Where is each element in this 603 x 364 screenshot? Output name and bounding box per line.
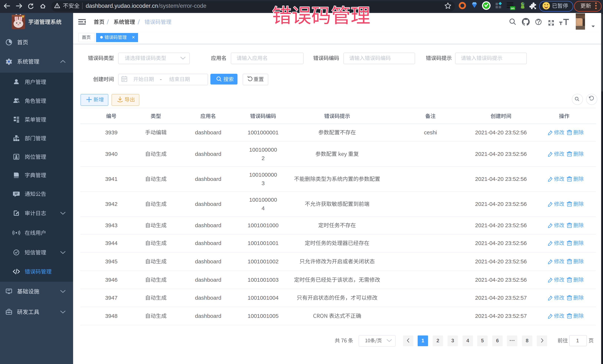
svg-text:3948: 3948 [105,313,118,319]
svg-text:dashboard: dashboard [195,295,221,301]
svg-text:dashboard: dashboard [195,201,221,207]
svg-text:3940: 3940 [105,151,118,157]
svg-text:dashboard: dashboard [195,313,221,319]
svg-text:4: 4 [262,205,265,211]
svg-text:3947: 3947 [105,295,118,301]
svg-text:3945: 3945 [105,258,118,265]
svg-text:1001001002: 1001001002 [248,258,279,265]
svg-text:2021-04-20 23:52:56: 2021-04-20 23:52:56 [475,240,527,246]
svg-text:dashboard: dashboard [195,258,221,265]
svg-text:dashboard: dashboard [195,222,221,228]
svg-text:100100000: 100100000 [249,147,277,153]
svg-text:3946: 3946 [105,277,118,283]
svg-text:2: 2 [262,155,265,161]
svg-text:dashboard: dashboard [195,151,221,157]
svg-text:dashboard: dashboard [195,240,221,246]
svg-text:2021-04-20 23:52:56: 2021-04-20 23:52:56 [475,258,527,265]
svg-text:1001001001: 1001001001 [248,240,279,246]
svg-text:2021-04-20 23:52:57: 2021-04-20 23:52:57 [475,295,527,301]
svg-text:2021-04-20 23:52:57: 2021-04-20 23:52:57 [475,313,527,319]
svg-text:3939: 3939 [105,129,118,135]
svg-text:100100000: 100100000 [249,197,277,203]
svg-text:3943: 3943 [105,222,118,228]
svg-text:dashboard: dashboard [195,129,221,135]
svg-text:100100000: 100100000 [249,172,277,178]
svg-text:dashboard: dashboard [195,176,221,182]
svg-text:1001001005: 1001001005 [248,313,279,319]
svg-text:1001001003: 1001001003 [248,277,279,283]
svg-text:2021-04-20 23:52:56: 2021-04-20 23:52:56 [475,222,527,228]
svg-text:2021-04-20 23:52:56: 2021-04-20 23:52:56 [475,176,527,182]
svg-text:1001001004: 1001001004 [248,295,279,301]
svg-text:1001001000: 1001001000 [248,222,279,228]
svg-text:3942: 3942 [105,201,118,207]
svg-text:dashboard: dashboard [195,277,221,283]
svg-text:2021-04-20 23:52:56: 2021-04-20 23:52:56 [475,277,527,283]
svg-text:2021-04-20 23:52:56: 2021-04-20 23:52:56 [475,201,527,207]
svg-text:2021-04-20 23:52:56: 2021-04-20 23:52:56 [475,151,527,157]
svg-text:2021-04-20 23:52:56: 2021-04-20 23:52:56 [475,129,527,135]
svg-text:1001000001: 1001000001 [248,129,279,135]
svg-text:ceshi: ceshi [424,129,437,135]
svg-text:3: 3 [262,180,265,186]
svg-text:3941: 3941 [105,176,118,182]
svg-text:3944: 3944 [105,240,118,246]
